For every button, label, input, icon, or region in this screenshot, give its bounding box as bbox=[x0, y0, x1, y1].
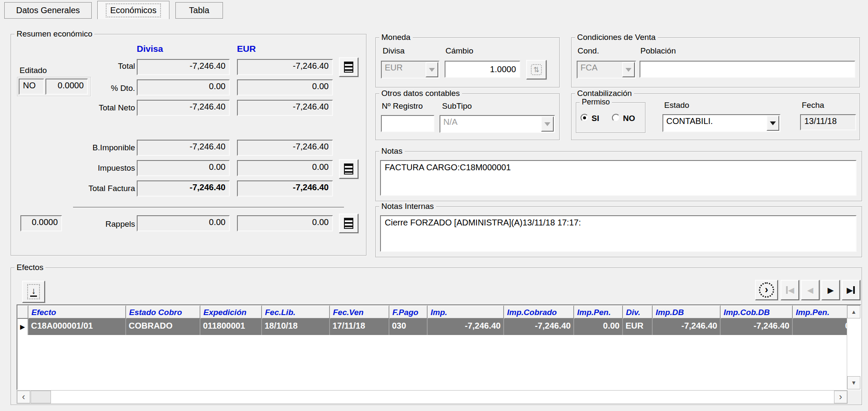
fecha-field: 13/11/18 bbox=[800, 114, 856, 130]
total-factura-label: Total Factura bbox=[28, 184, 135, 193]
horizontal-scrollbar[interactable]: ‹ › bbox=[17, 390, 848, 404]
registro-label: Nº Registro bbox=[382, 101, 423, 111]
col-div[interactable]: Div. bbox=[623, 305, 653, 319]
pct-dto-divisa-field: 0.00 bbox=[137, 79, 230, 96]
notas-textarea[interactable]: FACTURA CARGO:C18M000001 bbox=[380, 160, 857, 196]
scroll-left-button[interactable]: ‹ bbox=[17, 391, 30, 403]
total-neto-label: Total Neto bbox=[28, 103, 135, 113]
col-imp-cob-db[interactable]: Imp.Cob.DB bbox=[721, 305, 793, 319]
fecha-label: Fecha bbox=[802, 101, 824, 110]
go-record-button[interactable]: › bbox=[755, 280, 778, 300]
cell-imp-pen-db[interactable]: 0.00 bbox=[793, 319, 847, 335]
last-record-button[interactable]: ▶ bbox=[842, 280, 860, 300]
cell-efecto[interactable]: C18A000001/01 bbox=[28, 319, 126, 335]
download-icon: ↓ bbox=[27, 284, 40, 299]
total-label: Total bbox=[28, 62, 135, 71]
cambio-input[interactable] bbox=[445, 61, 520, 78]
cell-imp[interactable]: -7,246.40 bbox=[428, 319, 504, 335]
notas-internas-textarea[interactable]: Cierre FORZADO [ADMINISTRA](A)13/11/18 1… bbox=[380, 215, 857, 252]
otros-datos-group: Otros datos contables Nº Registro SubTip… bbox=[375, 93, 560, 140]
insert-effect-button[interactable]: ↓ bbox=[22, 281, 45, 303]
scroll-right-button[interactable]: › bbox=[834, 391, 847, 403]
table-row[interactable]: ▶ C18A000001/01 COBRADO 011800001 18/10/… bbox=[17, 319, 847, 335]
permiso-no-radio[interactable] bbox=[612, 114, 620, 122]
col-imp-pen[interactable]: Imp.Pen. bbox=[574, 305, 623, 319]
estado-label: Estado bbox=[664, 101, 689, 110]
efectos-group: Efectos ↓ › ◀ ◀ ▶ ▶ Efecto Estado Cobro … bbox=[11, 267, 862, 405]
permiso-si-label: SI bbox=[592, 114, 599, 123]
divisa-select-value: EUR bbox=[382, 62, 425, 78]
b-imponible-divisa-field: -7,246.40 bbox=[137, 140, 230, 156]
rappels-pct-field: 0.0000 bbox=[20, 215, 62, 231]
col-fec-ven[interactable]: Fec.Ven bbox=[330, 305, 389, 319]
poblacion-label: Población bbox=[640, 46, 676, 56]
cond-select: FCA bbox=[577, 61, 636, 79]
cell-imp-cobrado[interactable]: -7,246.40 bbox=[504, 319, 574, 335]
scroll-down-button[interactable]: ▼ bbox=[847, 376, 860, 389]
list-icon bbox=[344, 62, 353, 73]
col-f-pago[interactable]: F.Pago bbox=[389, 305, 428, 319]
condiciones-venta-title: Condiciones de Venta bbox=[575, 33, 658, 42]
estado-select-value: CONTABILI. bbox=[663, 115, 766, 131]
cell-imp-pen[interactable]: 0.00 bbox=[574, 319, 623, 335]
scroll-up-button[interactable]: ▲ bbox=[847, 305, 860, 318]
rappels-detail-button[interactable] bbox=[339, 214, 358, 233]
tab-datos-generales[interactable]: Datos Generales bbox=[4, 2, 92, 19]
arrow-left-icon: ‹ bbox=[22, 391, 25, 403]
tab-tabla[interactable]: Tabla bbox=[175, 2, 223, 19]
col-expedicion[interactable]: Expedición bbox=[200, 305, 262, 319]
go-icon: › bbox=[759, 282, 774, 298]
moneda-group: Moneda Divisa Cámbio EUR ⇅ bbox=[375, 37, 560, 87]
cell-imp-cob-db[interactable]: -7,246.40 bbox=[721, 319, 793, 335]
chevron-down-icon[interactable] bbox=[767, 115, 779, 131]
tab-datos-generales-label: Datos Generales bbox=[16, 6, 80, 15]
cell-f-pago[interactable]: 030 bbox=[389, 319, 428, 335]
impuestos-detail-button[interactable] bbox=[339, 159, 358, 179]
col-imp-cobrado[interactable]: Imp.Cobrado bbox=[504, 305, 574, 319]
tab-economicos[interactable]: Económicos bbox=[97, 1, 169, 19]
notas-title: Notas bbox=[379, 146, 405, 156]
cell-imp-db[interactable]: -7,246.40 bbox=[653, 319, 721, 335]
cell-div[interactable]: EUR bbox=[623, 319, 653, 335]
pct-dto-label: % Dto. bbox=[28, 84, 135, 93]
chevron-down-icon bbox=[541, 116, 554, 132]
efectos-grid-header: Efecto Estado Cobro Expedición Fec.Lib. … bbox=[17, 305, 847, 319]
arrow-down-icon: ▼ bbox=[851, 380, 857, 386]
col-estado-cobro[interactable]: Estado Cobro bbox=[126, 305, 200, 319]
header-marker-cell bbox=[17, 305, 28, 319]
condiciones-venta-group: Condiciones de Venta Cond. Población FCA bbox=[571, 37, 860, 87]
notas-group: Notas FACTURA CARGO:C18M000001 bbox=[375, 151, 862, 201]
cell-fec-ven[interactable]: 17/11/18 bbox=[330, 319, 389, 335]
horizontal-scrollbar-thumb[interactable] bbox=[31, 391, 51, 403]
col-imp-pen-db[interactable]: Imp.Pen. bbox=[793, 305, 847, 319]
efectos-grid: Efecto Estado Cobro Expedición Fec.Lib. … bbox=[17, 304, 861, 390]
poblacion-input[interactable] bbox=[640, 61, 855, 78]
cell-fec-lib[interactable]: 18/10/18 bbox=[262, 319, 330, 335]
notas-internas-group: Notas Internas Cierre FORZADO [ADMINISTR… bbox=[375, 206, 862, 257]
cell-expedicion[interactable]: 011800001 bbox=[200, 319, 262, 335]
chevron-down-icon bbox=[426, 62, 438, 77]
row-marker-icon: ▶ bbox=[17, 319, 28, 335]
impuestos-label: Impuestos bbox=[28, 163, 135, 173]
cell-estado-cobro[interactable]: COBRADO bbox=[126, 319, 200, 335]
col-fec-lib[interactable]: Fec.Lib. bbox=[262, 305, 330, 319]
rappels-label: Rappels bbox=[70, 220, 135, 229]
estado-select[interactable]: CONTABILI. bbox=[662, 114, 781, 132]
total-neto-divisa-field: -7,246.40 bbox=[137, 100, 230, 116]
vertical-scrollbar[interactable]: ▲ ▼ bbox=[847, 305, 860, 389]
prev-record-icon: ◀ bbox=[807, 285, 814, 295]
chevron-down-icon bbox=[622, 62, 635, 77]
divisa-select: EUR bbox=[381, 61, 440, 79]
list-icon bbox=[344, 163, 353, 175]
col-imp-db[interactable]: Imp.DB bbox=[653, 305, 721, 319]
col-imp[interactable]: Imp. bbox=[428, 305, 504, 319]
subtipo-select-value: N/A bbox=[440, 116, 541, 132]
resumen-economico-title: Resumen económico bbox=[14, 29, 94, 39]
registro-input[interactable] bbox=[381, 115, 434, 132]
subtipo-label: SubTipo bbox=[442, 101, 472, 111]
total-detail-button[interactable] bbox=[339, 57, 358, 77]
subtipo-select: N/A bbox=[440, 115, 555, 133]
permiso-si-radio[interactable] bbox=[581, 114, 589, 122]
next-record-button[interactable]: ▶ bbox=[821, 280, 840, 300]
col-efecto[interactable]: Efecto bbox=[28, 305, 126, 319]
